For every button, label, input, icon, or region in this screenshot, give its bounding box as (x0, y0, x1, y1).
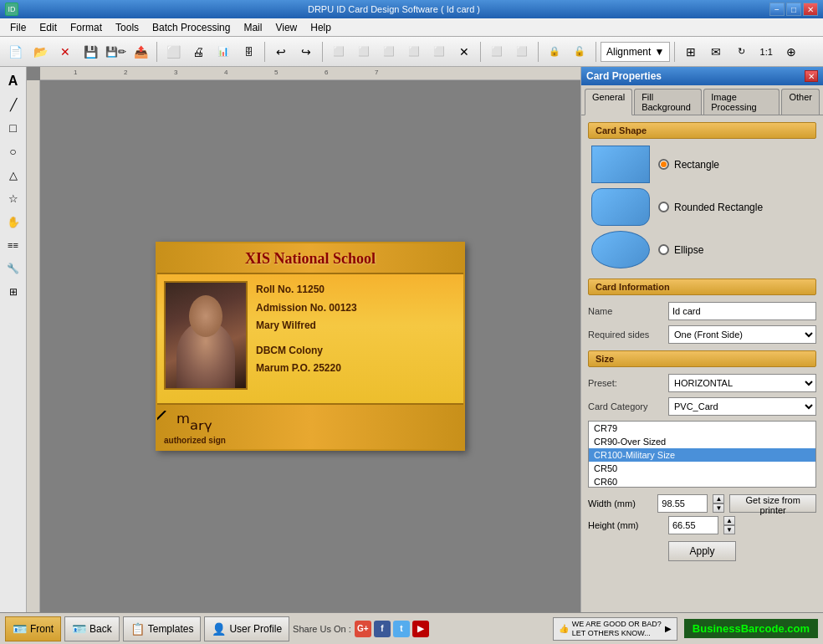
left-toolbar: A ╱ □ ○ △ ☆ ✋ ≡≡ 🔧 ⊞ (0, 67, 27, 612)
tool-star[interactable]: ☆ (3, 187, 24, 209)
back-tab[interactable]: 🪪 Back (64, 616, 120, 641)
tb-undo[interactable]: ↩ (269, 40, 293, 64)
tb-export[interactable]: 📤 (129, 40, 152, 64)
google-plus-icon[interactable]: G+ (355, 621, 371, 637)
tb-db1[interactable]: 📊 (212, 40, 235, 64)
tb-zoom[interactable]: 1:1 (754, 40, 778, 64)
profile-icon: 👤 (212, 622, 226, 636)
tab-general[interactable]: General (585, 89, 632, 115)
radio-rounded[interactable] (658, 202, 669, 212)
tb-lock2[interactable]: 🔓 (568, 40, 591, 64)
size-item-cr90[interactable]: CR90-Over Sized (589, 435, 815, 448)
twitter-icon[interactable]: t (393, 621, 410, 637)
menu-batch[interactable]: Batch Processing (146, 19, 237, 36)
tb-i2[interactable]: ⬜ (352, 40, 376, 64)
width-label: Width (mm) (588, 498, 652, 509)
toolbar-sep4 (480, 42, 481, 62)
tb-i7[interactable]: ⬜ (485, 40, 509, 64)
radio-ellipse[interactable] (658, 244, 669, 255)
tool-triangle[interactable]: △ (3, 164, 24, 186)
menu-help[interactable]: Help (304, 19, 338, 36)
tb-i4[interactable]: ⬜ (402, 40, 426, 64)
menu-view[interactable]: View (268, 19, 304, 36)
tool-barcode[interactable]: ≡≡ (3, 234, 24, 256)
close-button[interactable]: ✕ (803, 3, 818, 16)
tool-text[interactable]: A (3, 70, 24, 92)
width-spin-down[interactable]: ▼ (713, 503, 724, 513)
tb-open[interactable]: 📂 (28, 40, 52, 64)
card-student-name: Mary Wilfred (256, 317, 457, 335)
tb-i5[interactable]: ⬜ (427, 40, 451, 64)
card-name-input[interactable] (668, 302, 816, 320)
restore-button[interactable]: □ (786, 3, 801, 16)
tb-redo[interactable]: ↪ (294, 40, 318, 64)
tool-settings[interactable]: 🔧 (3, 258, 24, 279)
category-select[interactable]: PVC_Card CR80 Custom (668, 397, 816, 416)
feedback-button[interactable]: 👍 WE ARE GOOD OR BAD?LET OTHERS KNOW... … (553, 617, 677, 641)
tb-i3[interactable]: ⬜ (377, 40, 401, 64)
size-item-cr79[interactable]: CR79 (589, 422, 815, 435)
tab-image-processing[interactable]: Image Processing (703, 89, 780, 115)
width-spin-up[interactable]: ▲ (713, 494, 724, 503)
shape-radio-ellipse[interactable]: Ellipse (658, 244, 703, 256)
card-sides-select[interactable]: One (Front Side) Two (Front & Back) (668, 325, 816, 344)
tb-i8[interactable]: ⬜ (510, 40, 534, 64)
tb-plus[interactable]: ⊕ (780, 40, 803, 64)
height-input[interactable] (668, 516, 718, 534)
templates-tab[interactable]: 📋 Templates (123, 616, 202, 641)
shape-preview-rounded (591, 188, 650, 226)
menu-tools[interactable]: Tools (109, 19, 146, 36)
youtube-icon[interactable]: ▶ (412, 621, 429, 637)
menu-file[interactable]: File (3, 19, 33, 36)
tb-db2[interactable]: 🗄 (237, 40, 260, 64)
size-item-cr60[interactable]: CR60 (589, 475, 815, 488)
tb-copy[interactable]: ⬜ (161, 40, 185, 64)
size-item-cr50[interactable]: CR50 (589, 462, 815, 475)
radio-rectangle[interactable] (658, 159, 669, 170)
minimize-button[interactable]: − (769, 3, 785, 16)
width-input[interactable] (657, 494, 708, 513)
tb-save2[interactable]: 💾✏ (104, 40, 127, 64)
tool-pointer[interactable]: ✋ (3, 211, 24, 233)
panel-tabs: General Fill Background Image Processing… (581, 85, 823, 115)
height-spin-down[interactable]: ▼ (723, 525, 735, 534)
card-shape-header: Card Shape (588, 122, 816, 139)
tb-i1[interactable]: ⬜ (327, 40, 350, 64)
tb-rotate[interactable]: ↻ (729, 40, 753, 64)
tool-line[interactable]: ╱ (3, 94, 24, 115)
tb-grid[interactable]: ⊞ (679, 40, 703, 64)
get-size-button[interactable]: Get size from printer (729, 494, 816, 513)
canvas-inner[interactable]: XIS National School Roll No. 11250 Admis… (40, 80, 580, 612)
tb-print[interactable]: 🖨 (187, 40, 210, 64)
shape-radio-rectangle[interactable]: Rectangle (658, 159, 719, 171)
card-roll: Roll No. 11250 (256, 281, 457, 299)
shape-option-rectangle: Rectangle (591, 146, 813, 183)
tab-other[interactable]: Other (781, 89, 820, 115)
tool-rect[interactable]: □ (3, 117, 24, 139)
tb-save[interactable]: 💾 (79, 40, 102, 64)
user-profile-tab[interactable]: 👤 User Profile (204, 616, 289, 641)
alignment-dropdown[interactable]: Alignment ▼ (601, 42, 670, 62)
menu-edit[interactable]: Edit (33, 19, 64, 36)
tb-delete[interactable]: ✕ (54, 40, 77, 64)
tb-new[interactable]: 📄 (3, 40, 27, 64)
preset-label: Preset: (588, 378, 663, 388)
facebook-icon[interactable]: f (374, 621, 391, 637)
preset-select[interactable]: HORIZONTAL VERTICAL (668, 374, 816, 392)
shape-radio-rounded[interactable]: Rounded Rectangle (658, 202, 763, 213)
tb-mail[interactable]: ✉ (704, 40, 728, 64)
panel-close-button[interactable]: ✕ (805, 70, 818, 82)
menu-format[interactable]: Format (64, 19, 109, 36)
tool-grid2[interactable]: ⊞ (3, 281, 24, 303)
size-item-cr100[interactable]: CR100-Military Size (589, 448, 815, 462)
tab-fill-background[interactable]: Fill Background (634, 89, 702, 115)
biz-barcode-label: BusinessBarcode.com (684, 619, 818, 638)
tb-i6[interactable]: ✕ (452, 40, 476, 64)
menu-mail[interactable]: Mail (237, 19, 268, 36)
apply-button[interactable]: Apply (668, 541, 735, 561)
id-card[interactable]: XIS National School Roll No. 11250 Admis… (156, 242, 465, 451)
height-spin-up[interactable]: ▲ (723, 516, 735, 525)
tool-ellipse[interactable]: ○ (3, 141, 24, 162)
tb-lock1[interactable]: 🔒 (543, 40, 566, 64)
front-tab[interactable]: 🪪 Front (5, 616, 61, 641)
